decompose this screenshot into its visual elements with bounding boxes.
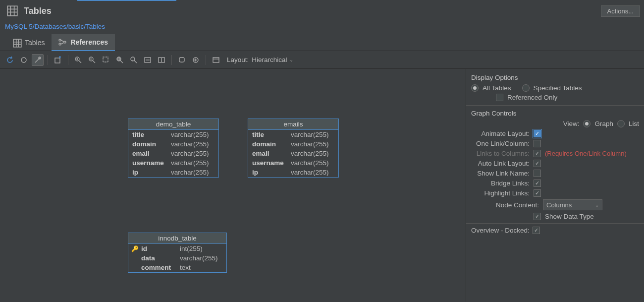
chevron-down-icon: ⌄ bbox=[595, 202, 599, 208]
all-tables-label: All Tables bbox=[483, 84, 511, 92]
bridge-links-checkbox[interactable] bbox=[534, 180, 541, 187]
diagram-column-row: emailvarchar(255) bbox=[248, 149, 338, 158]
refresh-button[interactable] bbox=[4, 54, 16, 66]
print-button[interactable] bbox=[190, 54, 202, 66]
actions-button[interactable]: Actions... bbox=[601, 5, 640, 17]
diagram-column-row: 🔑idint(255) bbox=[128, 244, 226, 253]
diagram-column-row: domainvarchar(255) bbox=[248, 139, 338, 149]
show-data-type-label: Show Data Type bbox=[545, 213, 639, 220]
diagram-canvas[interactable]: demo_tabletitlevarchar(255)domainvarchar… bbox=[0, 69, 466, 302]
links-to-columns-label: Links to Columns: bbox=[471, 150, 530, 157]
column-name: data bbox=[141, 254, 177, 262]
zoom-selection-button[interactable] bbox=[100, 54, 112, 66]
svg-line-21 bbox=[79, 60, 81, 63]
layout-label: Layout: bbox=[227, 56, 249, 63]
column-name: domain bbox=[132, 140, 168, 148]
one-link-column-label: One Link/Column: bbox=[471, 140, 530, 147]
svg-point-28 bbox=[117, 57, 121, 61]
header: Tables Actions... bbox=[0, 0, 644, 21]
svg-point-11 bbox=[59, 43, 61, 45]
diagram-column-row: ipvarchar(255) bbox=[128, 168, 218, 177]
referenced-only-checkbox[interactable] bbox=[496, 94, 503, 101]
auto-link-layout-checkbox[interactable] bbox=[534, 160, 541, 167]
zoom-in-button[interactable] bbox=[72, 54, 84, 66]
svg-point-12 bbox=[64, 41, 66, 43]
column-type: varchar(255) bbox=[180, 254, 218, 262]
diagram-column-row: commenttext bbox=[128, 263, 226, 272]
show-data-type-checkbox[interactable] bbox=[534, 213, 541, 220]
zoom-out-button[interactable] bbox=[86, 54, 98, 66]
column-name: comment bbox=[141, 264, 177, 271]
toolbar: 1 Layout: Hierarchical ⌄ bbox=[0, 51, 644, 69]
tab-tables[interactable]: Tables bbox=[6, 34, 52, 51]
one-link-column-checkbox[interactable] bbox=[534, 140, 541, 147]
layout-value: Hierarchical bbox=[252, 56, 287, 63]
svg-line-14 bbox=[61, 43, 64, 44]
column-name: title bbox=[252, 131, 288, 138]
specified-tables-radio[interactable] bbox=[522, 84, 530, 92]
record-button[interactable] bbox=[18, 54, 30, 66]
diagram-column-row: datavarchar(255) bbox=[128, 253, 226, 263]
overview-label: Overview - Docked: bbox=[471, 227, 530, 234]
overview-docked-checkbox[interactable] bbox=[533, 227, 540, 234]
links-to-columns-checkbox bbox=[534, 150, 541, 157]
diagram-column-row: domainvarchar(255) bbox=[128, 139, 218, 149]
svg-rect-0 bbox=[7, 6, 17, 16]
highlight-links-label: Highlight Links: bbox=[471, 189, 530, 197]
column-type: varchar(255) bbox=[291, 169, 329, 176]
export-button[interactable] bbox=[176, 54, 188, 66]
svg-rect-27 bbox=[103, 57, 108, 62]
diagram-column-row: titlevarchar(255) bbox=[248, 130, 338, 139]
view-list-radio[interactable] bbox=[617, 120, 625, 127]
display-options-title: Display Options bbox=[471, 74, 639, 81]
new-tab-button[interactable] bbox=[52, 54, 64, 66]
tab-label: References bbox=[70, 38, 108, 46]
show-link-name-label: Show Link Name: bbox=[471, 170, 530, 177]
zoom-reset-button[interactable]: 1 bbox=[128, 54, 140, 66]
layout-options-button[interactable] bbox=[210, 54, 222, 66]
diagram-column-row: usernamevarchar(255) bbox=[248, 158, 338, 168]
column-type: varchar(255) bbox=[171, 140, 209, 148]
tab-label: Tables bbox=[25, 39, 45, 47]
fit-height-button[interactable] bbox=[156, 54, 167, 66]
diagram-table-emails[interactable]: emailstitlevarchar(255)domainvarchar(255… bbox=[248, 119, 339, 178]
page-title: Tables bbox=[24, 6, 52, 16]
toolbar-separator bbox=[206, 55, 206, 65]
toolbar-separator bbox=[171, 55, 172, 65]
all-tables-radio[interactable] bbox=[471, 84, 479, 92]
column-name: username bbox=[252, 159, 288, 167]
diagram-table-header: demo_table bbox=[128, 119, 218, 130]
svg-point-15 bbox=[21, 58, 26, 62]
column-type: varchar(255) bbox=[291, 150, 329, 157]
show-link-name-checkbox[interactable] bbox=[534, 170, 541, 177]
tabs: Tables References bbox=[0, 34, 644, 51]
zoom-fit-button[interactable] bbox=[114, 54, 126, 66]
node-content-select[interactable]: Columns ⌄ bbox=[543, 199, 602, 210]
column-name: email bbox=[252, 150, 288, 157]
referenced-only-label: Referenced Only bbox=[507, 94, 557, 101]
column-type: text bbox=[180, 264, 191, 271]
animate-layout-checkbox[interactable] bbox=[534, 130, 541, 137]
chevron-down-icon: ⌄ bbox=[289, 57, 293, 62]
tools-button[interactable] bbox=[32, 54, 44, 66]
tables-icon bbox=[7, 5, 18, 16]
tab-references[interactable]: References bbox=[52, 34, 115, 51]
column-type: varchar(255) bbox=[291, 140, 329, 148]
diagram-table-innodb_table[interactable]: innodb_table🔑idint(255)datavarchar(255)c… bbox=[128, 233, 227, 273]
fit-width-button[interactable] bbox=[142, 54, 154, 66]
tables-icon bbox=[13, 39, 21, 47]
column-name: ip bbox=[132, 169, 168, 176]
node-content-value: Columns bbox=[546, 201, 572, 209]
column-type: varchar(255) bbox=[171, 169, 209, 176]
breadcrumb[interactable]: MySQL 5/Databases/basic/Tables bbox=[0, 21, 644, 34]
layout-dropdown[interactable]: Hierarchical ⌄ bbox=[252, 56, 293, 63]
column-name: title bbox=[132, 131, 168, 138]
column-name: domain bbox=[252, 140, 288, 148]
references-icon bbox=[58, 38, 66, 46]
diagram-table-demo_table[interactable]: demo_tabletitlevarchar(255)domainvarchar… bbox=[128, 119, 219, 178]
svg-line-32 bbox=[134, 60, 137, 63]
view-graph-radio[interactable] bbox=[583, 120, 590, 127]
svg-rect-30 bbox=[118, 58, 120, 60]
highlight-links-checkbox[interactable] bbox=[534, 189, 541, 197]
svg-text:1: 1 bbox=[131, 58, 133, 61]
